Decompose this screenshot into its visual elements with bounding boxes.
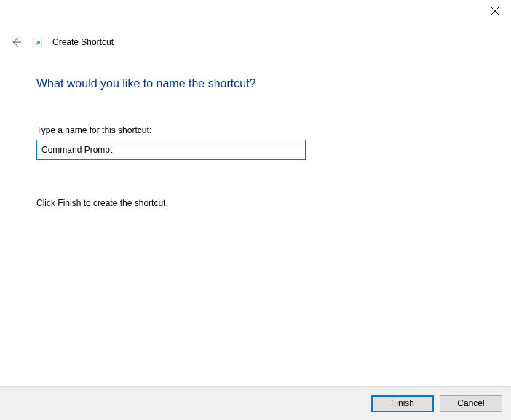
footer-bar: Finish Cancel: [0, 386, 511, 420]
back-arrow-icon: [10, 36, 22, 48]
finish-button[interactable]: Finish: [371, 395, 434, 412]
content-area: What would you like to name the shortcut…: [0, 49, 511, 208]
cancel-button[interactable]: Cancel: [440, 395, 502, 412]
close-icon: [491, 7, 499, 15]
page-heading: What would you like to name the shortcut…: [36, 77, 475, 90]
wizard-title: Create Shortcut: [52, 37, 114, 47]
titlebar: [0, 0, 511, 22]
back-button[interactable]: [9, 35, 23, 49]
close-button[interactable]: [478, 0, 511, 22]
finish-hint: Click Finish to create the shortcut.: [36, 198, 475, 208]
wizard-header: Create Shortcut: [0, 22, 511, 49]
shortcut-name-input[interactable]: [36, 140, 306, 160]
shortcut-icon: [33, 39, 42, 47]
name-label: Type a name for this shortcut:: [36, 125, 475, 135]
